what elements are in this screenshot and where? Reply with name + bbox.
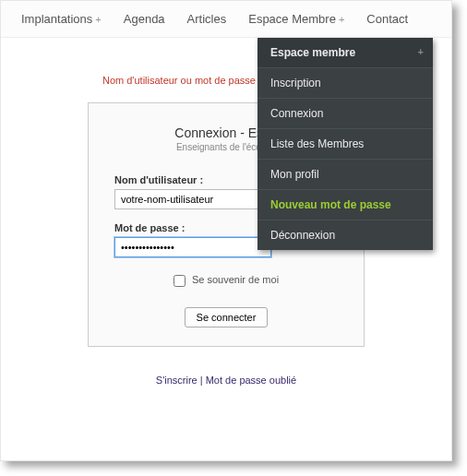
username-input[interactable] bbox=[114, 189, 271, 209]
footer-links: S'inscrire | Mot de passe oublié bbox=[1, 375, 451, 386]
plus-icon: + bbox=[339, 14, 344, 25]
nav-agenda[interactable]: Agenda bbox=[113, 12, 176, 26]
plus-icon: + bbox=[418, 46, 424, 57]
remember-row: Se souvenir de moi bbox=[114, 274, 338, 287]
dropdown-item-connexion[interactable]: Connexion bbox=[257, 99, 433, 129]
dropdown-item-liste-membres[interactable]: Liste des Membres bbox=[257, 129, 433, 160]
nav-espace-membre[interactable]: Espace Membre+ bbox=[237, 12, 355, 26]
remember-label: Se souvenir de moi bbox=[192, 274, 279, 285]
app-window: Implantations+ Agenda Articles Espace Me… bbox=[0, 0, 452, 461]
nav-label: Espace Membre bbox=[248, 12, 336, 26]
footer-sep: | bbox=[198, 375, 206, 386]
nav-label: Implantations bbox=[21, 12, 92, 26]
submit-button[interactable]: Se connecter bbox=[185, 307, 269, 327]
dropdown-item-mon-profil[interactable]: Mon profil bbox=[257, 160, 433, 190]
remember-checkbox[interactable] bbox=[174, 275, 186, 287]
nav-implantations[interactable]: Implantations+ bbox=[10, 12, 113, 26]
espace-membre-dropdown: Espace membre + Inscription Connexion Li… bbox=[257, 38, 433, 250]
dropdown-item-inscription[interactable]: Inscription bbox=[257, 68, 433, 99]
dropdown-header[interactable]: Espace membre + bbox=[257, 38, 433, 68]
signup-link[interactable]: S'inscrire bbox=[156, 375, 198, 386]
nav-contact[interactable]: Contact bbox=[355, 12, 419, 26]
dropdown-item-nouveau-mdp[interactable]: Nouveau mot de passe bbox=[257, 190, 433, 220]
top-nav: Implantations+ Agenda Articles Espace Me… bbox=[1, 1, 451, 38]
dropdown-header-label: Espace membre bbox=[270, 46, 355, 59]
forgot-link[interactable]: Mot de passe oublié bbox=[206, 375, 296, 386]
password-input[interactable] bbox=[114, 237, 271, 257]
dropdown-item-deconnexion[interactable]: Déconnexion bbox=[257, 220, 433, 250]
plus-icon: + bbox=[95, 14, 101, 25]
nav-articles[interactable]: Articles bbox=[176, 12, 238, 26]
